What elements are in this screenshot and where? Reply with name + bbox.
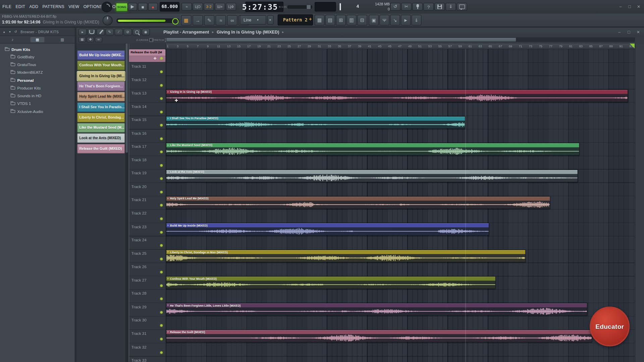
menu-patterns[interactable]: PATTERNS	[42, 4, 64, 9]
track-mute-led[interactable]	[160, 177, 163, 180]
menu-edit[interactable]: EDIT	[15, 4, 25, 9]
mixer-icon[interactable]: ▥	[346, 15, 356, 25]
audio-clip[interactable]: »Release the Guilt (MIXED)	[166, 330, 592, 343]
track-name[interactable]: Track 18	[131, 158, 147, 162]
link-icon[interactable]: ∞	[95, 37, 102, 42]
draw-icon[interactable]: ✎	[204, 15, 215, 25]
main-volume-knob[interactable]	[103, 16, 112, 25]
track-mute-led[interactable]	[160, 231, 163, 233]
add-pattern-icon[interactable]: +	[309, 17, 312, 22]
track-mute-led[interactable]	[160, 258, 163, 260]
track-mute-led[interactable]	[160, 84, 163, 86]
track-name[interactable]: Track 21	[131, 198, 147, 202]
pattern-item[interactable]: Build Me Up Inside (MIXE...	[77, 51, 125, 60]
undo-icon[interactable]: ↺	[390, 3, 400, 11]
audio-clip[interactable]: »Like the Mustard Seed (MIXED)	[166, 143, 579, 156]
track-name[interactable]: Track 15	[131, 117, 147, 122]
link-icon[interactable]: ∞	[227, 15, 237, 25]
playlist-view-icon[interactable]: ▦	[315, 15, 324, 25]
playlist-grid[interactable]: »Giving In is Giving Up (MIXED)»I Shall …	[166, 49, 635, 362]
track-mute-led[interactable]	[160, 351, 163, 354]
render-icon[interactable]: ⇓	[412, 15, 421, 25]
snap-selector[interactable]: Line ▾	[240, 15, 266, 24]
track-name[interactable]: Track 13	[131, 91, 147, 95]
audio-clip[interactable]: »He That's Been Forgiven Little, Loves L…	[166, 303, 587, 316]
playlist-arrangement-name[interactable]: Giving In is Giving Up (MIXED)	[217, 29, 279, 35]
refresh-icon[interactable]: ↺	[13, 30, 18, 34]
track-mute-led[interactable]	[160, 71, 163, 73]
browser-tab-current[interactable]: ▥	[55, 37, 69, 42]
track-mute-led[interactable]	[160, 111, 163, 113]
song-end-marker[interactable]	[630, 44, 635, 49]
track-mute-led[interactable]	[160, 244, 163, 247]
tree-item-sounds-in-hd[interactable]: Sounds in HD	[11, 93, 41, 100]
mic-icon[interactable]	[412, 3, 423, 11]
playback-tool-icon[interactable]: ◉	[142, 29, 150, 36]
help-icon[interactable]: ?	[423, 3, 434, 11]
horizontal-scrollbar[interactable]	[166, 37, 635, 42]
track-name[interactable]: Track 27	[131, 278, 147, 282]
tree-item-modernbeatz[interactable]: ModernBEATZ	[11, 69, 43, 76]
run-icon[interactable]: ►	[401, 15, 411, 25]
track-mute-led[interactable]	[160, 97, 163, 100]
tree-item-goldbaby[interactable]: GoldBaby	[11, 53, 35, 60]
pattern-lcd[interactable]	[315, 2, 336, 11]
track-name[interactable]: Track 23	[131, 224, 147, 229]
track-mute-led[interactable]	[160, 338, 163, 340]
track-name[interactable]: Track 26	[131, 264, 147, 269]
track-name[interactable]: Track 22	[131, 211, 147, 215]
track-mute-led[interactable]	[160, 137, 163, 140]
close-button[interactable]: ✕	[636, 4, 642, 9]
track-mute-led[interactable]	[160, 324, 163, 327]
track-name[interactable]: Track 31	[131, 331, 147, 336]
tree-item-xclusive-audio[interactable]: Xclusive-Audio	[11, 108, 43, 115]
track-mute-led[interactable]	[160, 124, 163, 126]
browser-tab-plugins[interactable]: ▦	[31, 37, 45, 42]
expand-icon[interactable]: ▾	[7, 30, 12, 34]
pull-tool-icon[interactable]: ▸	[78, 29, 87, 36]
track-name[interactable]: Track 24	[131, 238, 147, 242]
split-icon[interactable]: Ψ	[379, 15, 389, 25]
tree-item-vtds-1[interactable]: VTDS 1	[11, 100, 31, 107]
track-name[interactable]: Track 12	[131, 77, 147, 82]
track-name[interactable]: Track 14	[131, 104, 147, 109]
save-icon[interactable]	[435, 3, 445, 11]
track-name[interactable]: Track 19	[131, 171, 147, 175]
record-button[interactable]: ●	[148, 3, 158, 11]
tree-item-gratuitous[interactable]: GratuiTous	[11, 61, 36, 68]
scrollbar-thumb[interactable]	[166, 37, 516, 42]
track-name[interactable]: Track 30	[131, 318, 147, 322]
countdown-icon[interactable]: 3·2	[204, 3, 214, 11]
zoom-tool-icon[interactable]	[133, 29, 141, 36]
pattern-item[interactable]: Liberty In Christ, Bondag...	[77, 113, 125, 122]
track-mute-led[interactable]	[160, 218, 163, 220]
chat-icon[interactable]	[457, 3, 467, 11]
typing-keyboard-icon[interactable]: ≈	[181, 3, 192, 11]
menu-file[interactable]: FILE	[2, 4, 11, 9]
main-pitch-slider[interactable]	[117, 18, 179, 23]
maximize-button[interactable]: □	[627, 4, 633, 9]
pencil-tool-icon[interactable]: ✎	[106, 29, 114, 36]
pattern-item[interactable]: Giving In is Giving Up (MI...	[77, 71, 125, 81]
track-mute-led[interactable]	[160, 311, 163, 313]
playlist-titlebar[interactable]: ▸✎∕⊘◉ Playlist - Arrangement ▸ Giving In…	[76, 28, 644, 37]
move-handle-icon[interactable]: ✚	[153, 56, 156, 60]
pattern-item[interactable]: Like the Mustard Seed (M...	[77, 123, 125, 132]
audio-clip[interactable]: »I Shall See You In Paradise (MIXED)	[166, 116, 465, 129]
audio-clip[interactable]: »Giving In is Giving Up (MIXED)	[166, 89, 628, 102]
snap-next-button[interactable]: ▸	[267, 15, 273, 24]
minimize-button[interactable]: –	[618, 4, 624, 9]
track-mute-led[interactable]	[160, 271, 163, 273]
pattern-item[interactable]: He That's Been Forgiven...	[77, 82, 125, 91]
channel-rack-icon[interactable]: ⊞	[336, 15, 346, 25]
magnet-icon[interactable]	[88, 29, 96, 36]
track-mute-led[interactable]	[160, 164, 163, 167]
menu-add[interactable]: ADD	[30, 4, 39, 9]
paint-tool-icon[interactable]	[97, 29, 105, 36]
blend-recording-icon[interactable]: Ш+	[215, 3, 225, 11]
close-button[interactable]: ✕	[635, 29, 641, 35]
pattern-list-scrollbar[interactable]	[125, 44, 128, 362]
track-mute-led[interactable]	[160, 191, 163, 193]
pattern-item[interactable]: Holy Spirit Lead Me (MIXE...	[77, 92, 125, 102]
track-header-release-the-guilt[interactable]: Release the Guilt (M✚	[129, 49, 165, 62]
